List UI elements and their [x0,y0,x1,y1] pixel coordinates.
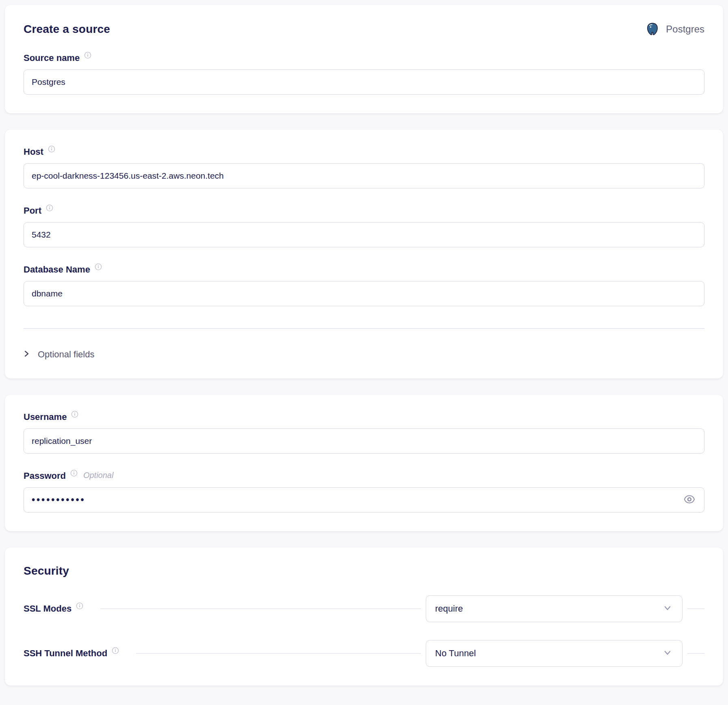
database-name-input[interactable] [24,281,704,306]
source-name-label: Source name [24,53,80,63]
password-label: Password [24,471,66,481]
password-input[interactable] [24,487,704,513]
info-icon[interactable] [84,52,91,59]
info-icon[interactable] [46,204,53,212]
optional-fields-toggle[interactable]: Optional fields [24,349,94,360]
password-field-group: Password Optional [24,471,704,513]
ssh-tunnel-row: SSH Tunnel Method No Tunnel [24,640,704,667]
info-icon[interactable] [70,469,78,477]
username-field-group: Username [24,412,704,454]
port-label: Port [24,205,41,216]
postgres-elephant-icon [645,22,660,37]
connector-rule-line-end [687,653,704,654]
password-optional-tag: Optional [83,471,114,480]
connector-badge: Postgres [645,22,704,37]
ssh-tunnel-selected-value: No Tunnel [435,648,476,659]
eye-icon [683,493,696,507]
ssl-modes-select[interactable]: require [426,595,682,622]
database-field-group: Database Name [24,264,704,306]
card-header: Create a source Postgres [24,22,704,37]
ssh-tunnel-method-label: SSH Tunnel Method [24,648,107,659]
optional-fields-label: Optional fields [38,349,94,360]
chevron-down-icon [663,603,672,614]
ssh-tunnel-method-select[interactable]: No Tunnel [426,640,682,667]
host-label: Host [24,147,43,157]
connector-rule-line [100,608,421,609]
source-name-input[interactable] [24,69,704,95]
page-title: Create a source [24,23,110,36]
database-name-label: Database Name [24,264,90,275]
source-name-field-group: Source name [24,53,704,95]
host-field-group: Host [24,147,704,188]
security-section-title: Security [24,564,704,577]
divider [24,328,704,329]
toggle-password-visibility-button[interactable] [683,493,696,507]
ssl-modes-row: SSL Modes require [24,595,704,622]
connector-name-label: Postgres [666,24,704,35]
connector-rule-line [136,653,421,654]
username-input[interactable] [24,428,704,454]
chevron-down-icon [663,648,672,659]
info-icon[interactable] [48,145,55,153]
info-icon[interactable] [112,647,119,654]
security-card: Security SSL Modes require SSH Tunnel Me… [5,547,723,686]
create-source-card: Create a source Postgres Source name [5,5,723,113]
info-icon[interactable] [95,263,102,270]
host-input[interactable] [24,163,704,188]
username-label: Username [24,412,67,422]
chevron-right-icon [24,350,30,359]
port-input[interactable] [24,222,704,247]
connection-card: Host Port Data [5,130,723,378]
connector-rule-line-end [687,608,704,609]
info-icon[interactable] [76,602,83,610]
info-icon[interactable] [71,411,78,418]
port-field-group: Port [24,205,704,247]
credentials-card: Username Password Optional [5,395,723,531]
ssl-modes-selected-value: require [435,603,463,614]
ssl-modes-label: SSL Modes [24,603,72,614]
